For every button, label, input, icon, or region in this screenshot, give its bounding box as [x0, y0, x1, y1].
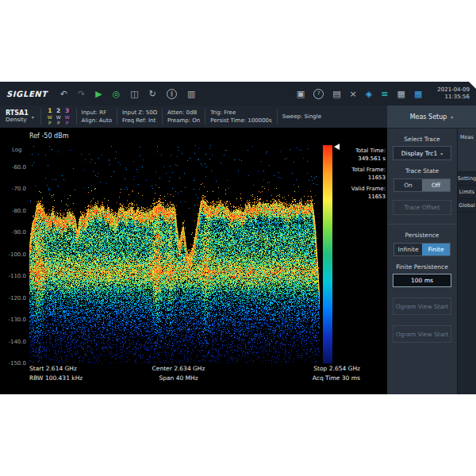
center-freq-label: Center 2.634 GHz: [119, 364, 238, 374]
sweep-status-field: Sweep: Single: [282, 113, 321, 121]
divider: [76, 109, 77, 125]
corner-marker: [469, 82, 476, 89]
file-icon[interactable]: ▤: [332, 90, 340, 98]
trace-detector: P: [48, 120, 52, 125]
divider: [387, 224, 457, 225]
divider: [117, 109, 117, 125]
menu-title-bar[interactable]: Meas Setup ▾: [387, 106, 476, 129]
time-text: 11:35:56: [437, 94, 470, 101]
ogram-view-start-button-disabled: Ogram View Start: [393, 298, 451, 315]
persist-time-label: Persist Time: 100000s: [210, 117, 271, 125]
valid-frame-label: Valid Frame:: [333, 185, 386, 193]
chevron-down-icon: ▾: [32, 114, 34, 120]
rbw-label: RBW 100.431 kHz: [29, 374, 83, 383]
freq-ref-label: Freq Ref: Int: [122, 117, 157, 125]
atten-status-field: Atten: 0dB Preamp: On: [167, 109, 200, 125]
start-freq-label: Start 2.614 GHz: [29, 364, 83, 374]
trace-state-label: Trace State: [387, 167, 457, 175]
status-bar: RTSA1 Density ▾ 1 W P 2 W P: [0, 106, 387, 128]
trace-1-indicator[interactable]: 1 W P: [48, 108, 52, 125]
tab-global[interactable]: Global: [458, 199, 476, 213]
save-icon[interactable]: ◫: [130, 90, 138, 98]
list-icon[interactable]: ≡: [381, 90, 388, 98]
undo-icon[interactable]: ↶: [60, 90, 67, 98]
total-frame-label: Total Frame:: [333, 166, 386, 174]
divider: [40, 109, 41, 125]
help-icon[interactable]: ?: [313, 89, 324, 99]
select-trace-label: Select Trace: [387, 136, 457, 143]
trace-number: 1: [48, 108, 52, 114]
trace-2-indicator[interactable]: 2 W P: [56, 108, 61, 125]
density-plot-canvas[interactable]: [29, 145, 320, 363]
sweep-label: Sweep: Single: [282, 113, 321, 121]
persistence-infinite-button[interactable]: Infinite: [394, 244, 422, 255]
input-label: Input: RF: [82, 109, 112, 117]
refresh-icon[interactable]: ↻: [149, 90, 156, 98]
atten-label: Atten: 0dB: [167, 109, 200, 117]
tab-setting[interactable]: Setting: [458, 172, 476, 186]
pause-icon[interactable]: ‖: [167, 89, 177, 99]
toolbar-left-group: ↶ ↷ ▶ ◎ ◫ ↻ ‖ ▥: [60, 89, 196, 99]
input-z-label: Input Z: 50Ω: [122, 109, 157, 117]
trace-detector: P: [56, 120, 61, 125]
y-axis-tick: -100.0: [0, 251, 26, 258]
trace-indicators[interactable]: 1 W P 2 W P 3 W P: [46, 108, 71, 125]
trace-3-indicator[interactable]: 3 W P: [65, 108, 70, 125]
network-icon[interactable]: ◎: [113, 90, 121, 98]
y-axis-tick: -140.0: [0, 339, 26, 345]
y-axis-tick: -90.0: [0, 229, 26, 236]
y-axis-tick: -150.0: [0, 360, 26, 367]
y-axis-tick: -120.0: [0, 295, 26, 301]
trace-number: 2: [56, 108, 61, 114]
stop-freq-label: Stop 2.654 GHz: [313, 364, 360, 374]
scale-type-label: Log: [12, 147, 22, 153]
persistence-label: Persistence: [387, 232, 457, 239]
finite-persistence-input[interactable]: 100 ms: [393, 274, 451, 287]
y-axis-tick: -110.0: [0, 273, 26, 279]
date-text: 2021-04-09: [437, 86, 470, 94]
mode-selector[interactable]: RTSA1 Density ▾: [4, 109, 36, 124]
chevron-down-icon: ▾: [440, 151, 443, 156]
total-time-value: 349.561 s: [333, 155, 386, 163]
menu-title: Meas Setup: [410, 113, 447, 121]
persistence-finite-button[interactable]: Finite: [422, 244, 450, 255]
tab-strip-filler: [458, 213, 476, 394]
finite-persistence-label: Finite Persistence: [387, 263, 457, 271]
trace-select-value: Display Trc1: [401, 150, 437, 157]
tab-meas[interactable]: Meas: [458, 129, 476, 172]
ref-level-label: Ref -50 dBm: [29, 132, 68, 140]
toolbar-right-group: ▣ ? ▤ × ◈ ≡ ▦ ▦ 2021-04-09 11:35:56: [297, 86, 470, 101]
menu-tab-strip: Meas Setting Limits Global: [457, 129, 476, 394]
redo-icon[interactable]: ↷: [78, 90, 85, 98]
camera-icon[interactable]: ▣: [297, 90, 305, 98]
y-axis-tick: -70.0: [0, 186, 26, 192]
tools-icon[interactable]: ×: [350, 90, 357, 98]
display-icon[interactable]: ▥: [187, 90, 195, 98]
touch-icon[interactable]: ◈: [366, 90, 372, 98]
trace-offset-button-disabled: Trace Offset: [393, 200, 451, 215]
impedance-status-field: Input Z: 50Ω Freq Ref: Int: [122, 109, 157, 125]
trace-mode: W: [48, 114, 52, 120]
run-icon[interactable]: ▶: [95, 90, 102, 98]
total-time-label: Total Time:: [333, 147, 386, 155]
align-label: Align: Auto: [82, 117, 112, 125]
tab-limits[interactable]: Limits: [458, 186, 476, 199]
meas-setup-panel: Select Trace Display Trc1 ▾ Trace State …: [387, 129, 457, 394]
trace-state-off-button[interactable]: Off: [422, 179, 450, 191]
siglent-logo: SIGLENT: [6, 90, 48, 98]
trace-select-dropdown[interactable]: Display Trc1 ▾: [393, 146, 451, 160]
density-colorbar: [323, 145, 332, 363]
divider: [277, 109, 278, 125]
freq-stop-block: Stop 2.654 GHz Acq Time 30 ms: [313, 364, 360, 383]
persistence-toggle: Infinite Finite: [393, 243, 451, 256]
total-frame-value: 11653: [333, 174, 386, 182]
divider: [162, 109, 163, 125]
trace-state-on-button[interactable]: On: [394, 179, 422, 191]
preamp-label: Preamp: On: [167, 117, 200, 125]
valid-frame-value: 11653: [333, 193, 386, 201]
ogram-view-start-button2-disabled: Ogram View Start: [393, 325, 451, 343]
keyboard-icon[interactable]: ▦: [397, 90, 405, 98]
acq-time-label: Acq Time 30 ms: [313, 374, 360, 383]
input-status-field: Input: RF Align: Auto: [82, 109, 112, 125]
calendar-icon: ▦: [414, 90, 422, 98]
